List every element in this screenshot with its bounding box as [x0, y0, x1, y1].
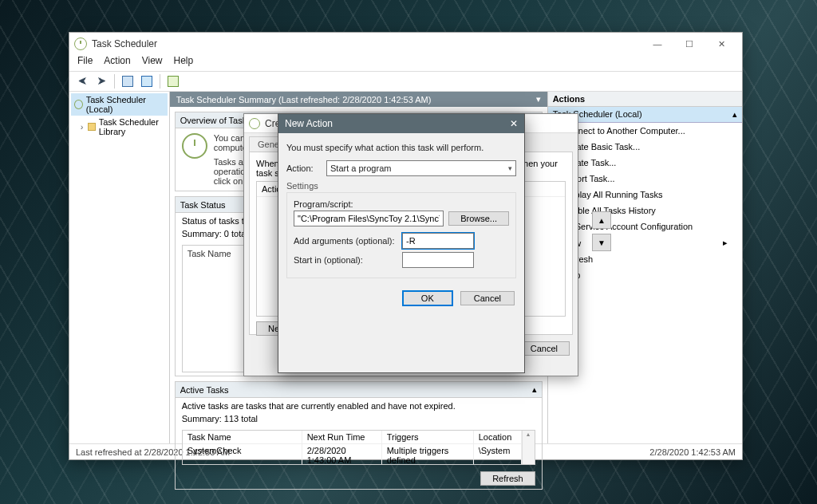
summary-header-text: Task Scheduler Summary (Last refreshed: … [176, 95, 432, 104]
move-up-button[interactable]: ▲ [592, 211, 611, 229]
expand-icon[interactable]: › [79, 122, 85, 132]
arguments-label: Add arguments (optional): [294, 236, 397, 246]
scrollbar[interactable]: ▴ [522, 431, 535, 465]
program-input[interactable] [294, 211, 444, 226]
nav-forward-button[interactable]: ⮞ [93, 73, 109, 89]
move-down-button[interactable]: ▼ [592, 234, 611, 251]
col-name[interactable]: Task Name [183, 431, 302, 443]
tree-pane: Task Scheduler (Local) › Task Scheduler … [69, 92, 170, 443]
chevron-down-icon[interactable]: ▾ [536, 94, 541, 104]
collapse-icon[interactable]: ▴ [532, 384, 537, 395]
menu-help[interactable]: Help [174, 55, 194, 71]
menu-action[interactable]: Action [104, 55, 130, 71]
maximize-button[interactable]: ☐ [673, 35, 705, 53]
window-title: Task Scheduler [92, 38, 157, 49]
task-status-title: Task Status [180, 200, 226, 210]
summary-header: Task Scheduler Summary (Last refreshed: … [170, 92, 547, 107]
new-action-title: New Action [285, 118, 333, 129]
refresh-button[interactable]: Refresh [480, 471, 535, 486]
arguments-input[interactable] [402, 233, 474, 249]
tree-root[interactable]: Task Scheduler (Local) [71, 93, 168, 116]
action-select-value: Start a program [330, 163, 391, 173]
menu-file[interactable]: File [77, 55, 93, 71]
active-desc: Active tasks are tasks that are currentl… [182, 401, 535, 411]
instruction-text: You must specify what action this task w… [286, 143, 516, 152]
minimize-button[interactable]: — [641, 35, 673, 53]
close-button[interactable]: ✕ [705, 35, 737, 53]
action-label: Action: [286, 163, 322, 173]
chevron-up-icon[interactable]: ▴ [732, 109, 737, 120]
dropdown-icon: ▾ [508, 164, 512, 172]
startin-label: Start in (optional): [294, 255, 397, 265]
settings-label: Settings [286, 181, 516, 191]
menubar: File Action View Help [69, 55, 742, 71]
col-triggers[interactable]: Triggers [382, 431, 474, 443]
col-next[interactable]: Next Run Time [302, 431, 382, 443]
active-tasks-table[interactable]: Task Name Next Run Time Triggers Locatio… [182, 430, 535, 465]
statusbar-date: 2/28/2020 1:42:53 AM [649, 447, 736, 457]
tree-library[interactable]: › Task Scheduler Library [71, 116, 168, 138]
active-summary: Summary: 113 total [182, 414, 535, 423]
nav-back-button[interactable]: ⮜ [74, 73, 90, 89]
clock-icon [249, 118, 260, 129]
col-task-name: Task Name [187, 249, 231, 258]
toolbar: ⮜ ⮞ [69, 71, 742, 92]
dialog-close-button[interactable]: ✕ [510, 118, 518, 129]
clock-icon [74, 100, 83, 109]
col-location[interactable]: Location [474, 431, 522, 443]
app-icon [74, 37, 87, 50]
toolbar-refresh-button[interactable] [165, 73, 181, 89]
submenu-arrow-icon: ▸ [723, 238, 728, 248]
folder-icon [88, 123, 95, 131]
browse-button[interactable]: Browse... [448, 211, 509, 226]
toolbar-panes-button[interactable] [120, 73, 136, 89]
actions-header: Actions [548, 92, 742, 107]
program-label: Program/script: [294, 199, 509, 209]
menu-view[interactable]: View [142, 55, 163, 71]
active-title: Active Tasks [180, 385, 229, 395]
active-tasks-group: Active Tasks ▴ Active tasks are tasks th… [175, 381, 543, 490]
cancel-button[interactable]: Cancel [460, 291, 515, 305]
toolbar-help-button[interactable] [139, 73, 155, 89]
new-action-titlebar[interactable]: New Action ✕ [278, 114, 524, 133]
create-cancel-button[interactable]: Cancel [519, 341, 570, 356]
tree-library-label: Task Scheduler Library [99, 117, 164, 136]
tree-root-label: Task Scheduler (Local) [86, 95, 164, 114]
action-select[interactable]: Start a program ▾ [326, 160, 516, 176]
table-row[interactable]: SystemCheck 2/28/2020 1:43:00 AM Multipl… [183, 444, 522, 465]
startin-input[interactable] [402, 252, 474, 268]
clock-large-icon [182, 133, 207, 159]
new-action-dialog: New Action ✕ You must specify what actio… [278, 113, 525, 373]
ok-button[interactable]: OK [403, 291, 452, 305]
titlebar[interactable]: Task Scheduler — ☐ ✕ [69, 33, 742, 55]
